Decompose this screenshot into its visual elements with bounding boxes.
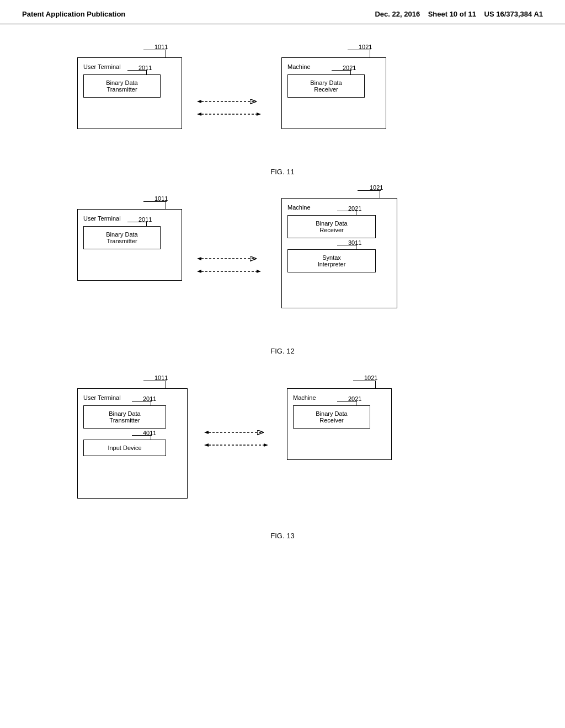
main-content: 1011 User Terminal 2011 Binary Data Tran…	[0, 24, 565, 573]
fig12-caption: FIG. 12	[33, 347, 532, 355]
page-header: Patent Application Publication Dec. 22, …	[0, 0, 565, 24]
left-inner-box2-fig13: Input Device	[83, 440, 166, 456]
left-inner-box1-fig13: Binary Data Transmitter	[83, 405, 166, 429]
right-inner-box-fig11: Binary Data Receiver	[287, 74, 365, 98]
header-center: Dec. 22, 2016 Sheet 10 of 11 US 16/373,3…	[375, 10, 543, 18]
figure-13: 1011 User Terminal 2011 Binary Data Tran…	[33, 372, 532, 540]
svg-marker-3	[197, 113, 201, 116]
svg-marker-6	[197, 257, 201, 260]
header-left: Patent Application Publication	[22, 10, 125, 18]
right-outer-title-fig13: Machine	[293, 394, 386, 401]
left-inner-box-fig12: Binary Data Transmitter	[83, 226, 161, 249]
right-inner-box-fig13: Binary Data Receiver	[293, 405, 370, 429]
arrow-fig11	[196, 93, 262, 126]
svg-marker-9	[257, 270, 261, 273]
figure-11: 1011 User Terminal 2011 Binary Data Tran…	[33, 41, 532, 176]
left-outer-title-fig13: User Terminal	[83, 394, 182, 401]
right-inner-box1-fig12: Binary Data Receiver	[287, 215, 376, 238]
right-outer-title-fig11: Machine	[287, 63, 380, 70]
figure-12: 1011 User Terminal 2011 Binary Data Tran…	[33, 192, 532, 355]
arrow-fig12	[196, 250, 262, 283]
left-outer-title-fig11: User Terminal	[83, 63, 176, 70]
fig13-caption: FIG. 13	[33, 532, 532, 540]
svg-marker-13	[204, 443, 209, 447]
svg-marker-8	[197, 270, 201, 273]
svg-marker-4	[257, 113, 261, 116]
arrow-fig13	[203, 424, 269, 457]
fig11-caption: FIG. 11	[33, 168, 532, 176]
right-outer-title-fig12: Machine	[287, 204, 391, 211]
svg-marker-1	[197, 100, 201, 103]
left-inner-box-fig11: Binary Data Transmitter	[83, 74, 161, 98]
svg-marker-14	[264, 443, 268, 447]
right-inner-box2-fig12: Syntax Interpreter	[287, 249, 376, 272]
left-outer-title-fig12: User Terminal	[83, 215, 176, 222]
svg-marker-11	[204, 431, 209, 434]
